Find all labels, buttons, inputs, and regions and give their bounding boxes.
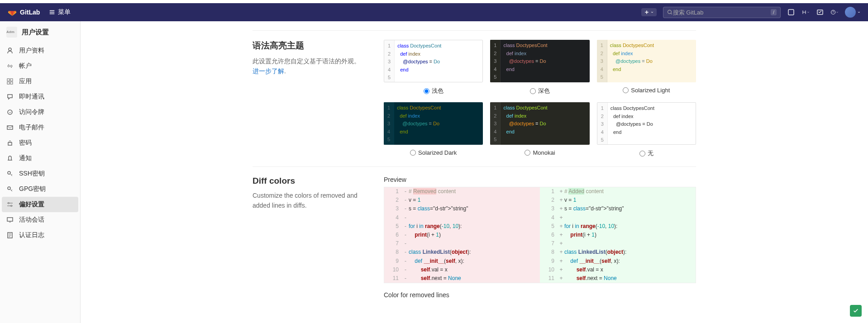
svg-point-12 xyxy=(8,110,12,114)
diff-section-desc: Customize the colors of removed and adde… xyxy=(253,190,366,211)
theme-preview: 123456class DoctypesCont def index @doct… xyxy=(490,102,589,145)
lock-icon xyxy=(6,139,14,147)
sidebar-item-10[interactable]: 偏好设置 xyxy=(2,197,78,212)
theme-option-2: 123456class DoctypesCont def index @doct… xyxy=(597,40,696,95)
diff-line: 6- print(i + 1) xyxy=(384,231,540,239)
sidebar-item-1[interactable]: 帐户 xyxy=(0,58,80,74)
sidebar-item-6[interactable]: 密码 xyxy=(0,135,80,151)
theme-preview: 123456class DoctypesCont def index @doct… xyxy=(597,102,696,145)
theme-radio-3[interactable]: Solarized Dark xyxy=(384,149,483,156)
diff-line: 9+ def __init__(self, x): xyxy=(540,257,696,266)
svg-rect-1 xyxy=(788,10,794,15)
learn-more-link[interactable]: 进一步了解 xyxy=(253,67,284,75)
diff-line: 10- self.val = x xyxy=(384,266,540,274)
sidebar-item-7[interactable]: 通知 xyxy=(0,151,80,166)
removed-color-label: Color for removed lines xyxy=(384,291,696,299)
syntax-section-title: 语法高亮主题 xyxy=(253,40,366,52)
svg-rect-10 xyxy=(7,82,10,84)
token-icon xyxy=(6,109,14,116)
svg-rect-19 xyxy=(7,218,13,221)
key-icon xyxy=(6,185,14,193)
diff-line: 5+for i in range(-10, 10): xyxy=(540,222,696,231)
syntax-section-desc: 此设置允许您自定义基于语法的外观。 进一步了解. xyxy=(253,56,366,76)
svg-point-7 xyxy=(10,65,12,67)
diff-line: 6+ print(i + 1) xyxy=(540,231,696,239)
merge-requests-icon[interactable] xyxy=(801,8,810,16)
sidebar-item-2[interactable]: 应用 xyxy=(0,74,80,89)
monitor-icon xyxy=(6,216,14,223)
sidebar-item-12[interactable]: 认证日志 xyxy=(0,228,80,243)
apps-icon xyxy=(6,78,14,85)
theme-option-3: 123456class DoctypesCont def index @doct… xyxy=(384,102,483,157)
search-icon xyxy=(667,9,673,15)
diff-line: 10+ self.val = x xyxy=(540,266,696,274)
diff-line: 8-class LinkedList(object): xyxy=(384,248,540,256)
account-icon xyxy=(6,62,14,70)
diff-line: 9- def __init__(self, x): xyxy=(384,257,540,266)
mail-icon xyxy=(6,124,14,131)
gitlab-logo[interactable]: GitLab xyxy=(7,7,40,17)
sidebar-title: Adm 用户设置 xyxy=(0,21,80,43)
diff-line: 7- xyxy=(384,239,540,248)
theme-radio-5[interactable]: 无 xyxy=(597,149,696,157)
user-avatar[interactable] xyxy=(845,7,861,18)
sidebar-item-8[interactable]: SSH密钥 xyxy=(0,166,80,181)
preview-label: Preview xyxy=(384,176,696,183)
sidebar-item-4[interactable]: 访问令牌 xyxy=(0,104,80,120)
sidebar-avatar: Adm xyxy=(6,27,17,38)
todos-icon[interactable] xyxy=(816,8,824,16)
menu-label: 菜单 xyxy=(58,8,71,16)
search-shortcut-hint: / xyxy=(771,9,777,15)
search-input-container[interactable]: / xyxy=(663,7,781,18)
diff-line: 1+# Added content xyxy=(540,187,696,196)
sidebar-item-5[interactable]: 电子邮件 xyxy=(0,120,80,135)
status-check-icon[interactable] xyxy=(850,305,862,317)
search-input[interactable] xyxy=(673,9,771,16)
sidebar-item-11[interactable]: 活动会话 xyxy=(0,212,80,228)
brand-name: GitLab xyxy=(20,9,40,16)
theme-radio-1[interactable]: 深色 xyxy=(490,87,589,95)
theme-option-4: 123456class DoctypesCont def index @doct… xyxy=(490,102,589,157)
chat-icon xyxy=(6,93,14,100)
sidebar-item-3[interactable]: 即时通讯 xyxy=(0,89,80,104)
avatar-icon xyxy=(845,7,856,18)
menu-button[interactable]: 菜单 xyxy=(49,8,71,16)
diff-line: 2-v = 1 xyxy=(384,196,540,204)
issues-icon[interactable] xyxy=(787,8,795,16)
svg-text:?: ? xyxy=(832,10,834,14)
sidebar: Adm 用户设置 用户资料帐户应用即时通讯访问令牌电子邮件密码通知SSH密钥GP… xyxy=(0,21,81,319)
help-icon[interactable]: ? xyxy=(830,8,839,16)
theme-radio-2[interactable]: Solarized Light xyxy=(597,87,696,94)
svg-point-17 xyxy=(8,203,10,204)
svg-rect-13 xyxy=(7,126,13,129)
theme-radio-0[interactable]: 浅色 xyxy=(384,87,483,95)
diff-line: 5-for i in range(-10, 10): xyxy=(384,222,540,231)
diff-line: 4- xyxy=(384,214,540,222)
user-icon xyxy=(6,47,14,54)
diff-line: 3+s = class="d-str">"string" xyxy=(540,204,696,213)
svg-rect-8 xyxy=(7,79,10,81)
theme-preview: 123456class DoctypesCont def index @doct… xyxy=(384,40,483,82)
top-nav: GitLab 菜单 / ? xyxy=(0,3,868,21)
gitlab-icon xyxy=(7,7,17,17)
theme-option-5: 123456class DoctypesCont def index @doct… xyxy=(597,102,696,157)
prefs-icon xyxy=(6,201,14,208)
theme-option-1: 123456class DoctypesCont def index @doct… xyxy=(490,40,589,95)
svg-point-6 xyxy=(8,65,10,67)
diff-line: 4+ xyxy=(540,214,696,222)
svg-point-18 xyxy=(11,205,12,207)
diff-section-title: Diff colors xyxy=(253,176,366,186)
svg-point-5 xyxy=(9,48,11,51)
diff-line: 3-s = class="d-str">"string" xyxy=(384,204,540,213)
diff-line: 11- self.next = None xyxy=(384,274,540,283)
chevron-down-icon xyxy=(650,10,654,14)
diff-line: 1-# Removed content xyxy=(384,187,540,196)
theme-radio-4[interactable]: Monokai xyxy=(490,149,589,156)
svg-point-0 xyxy=(668,10,672,14)
diff-preview: 1-# Removed content2-v = 13-s = class="d… xyxy=(384,187,696,283)
create-new-button[interactable] xyxy=(641,8,657,16)
sidebar-item-0[interactable]: 用户资料 xyxy=(0,43,80,58)
bell-icon xyxy=(6,155,14,162)
plus-icon xyxy=(644,10,649,15)
sidebar-item-9[interactable]: GPG密钥 xyxy=(0,181,80,197)
